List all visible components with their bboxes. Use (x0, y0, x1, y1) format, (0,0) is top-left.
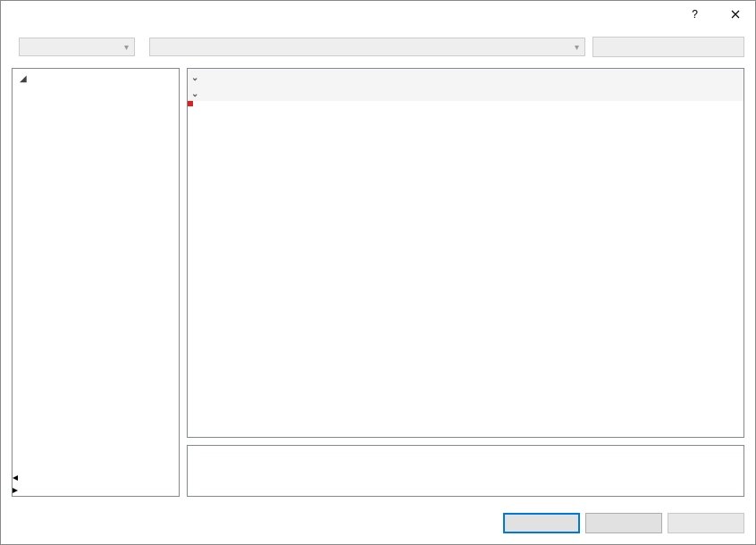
apply-button[interactable] (668, 513, 744, 533)
triangle-down-icon[interactable]: ⌄ (191, 72, 204, 82)
triangle-down-icon[interactable]: ◢ (18, 73, 29, 83)
tree-hscrollbar[interactable]: ◂ ▸ (13, 471, 179, 496)
ok-button[interactable] (503, 513, 580, 533)
scroll-left-icon[interactable]: ◂ (13, 471, 179, 483)
cancel-button[interactable] (585, 513, 662, 533)
configuration-manager-button (592, 37, 744, 57)
configuration-combo: ▾ (19, 38, 135, 56)
property-tree[interactable]: ◢ (13, 69, 179, 471)
titlebar: ? (1, 1, 755, 28)
config-toolbar: ▾ ▾ (1, 28, 755, 68)
chevron-down-icon: ▾ (575, 42, 579, 52)
category-project-defaults[interactable]: ⌄ (188, 85, 743, 101)
scroll-right-icon[interactable]: ▸ (13, 483, 179, 496)
tree-root[interactable]: ◢ (13, 71, 179, 86)
property-grid[interactable]: ⌄ ⌄ (187, 68, 744, 438)
close-icon (731, 10, 740, 19)
chevron-down-icon: ▾ (124, 42, 129, 52)
help-button[interactable]: ? (675, 1, 715, 28)
platform-combo: ▾ (149, 38, 585, 56)
triangle-down-icon[interactable]: ⌄ (191, 88, 204, 98)
category-general[interactable]: ⌄ (188, 69, 743, 85)
close-button[interactable] (715, 1, 755, 28)
description-panel (187, 445, 744, 497)
highlight-annotation (188, 101, 193, 106)
dialog-buttons (1, 506, 755, 544)
tree-panel: ◢ ◂ ▸ (12, 68, 180, 497)
